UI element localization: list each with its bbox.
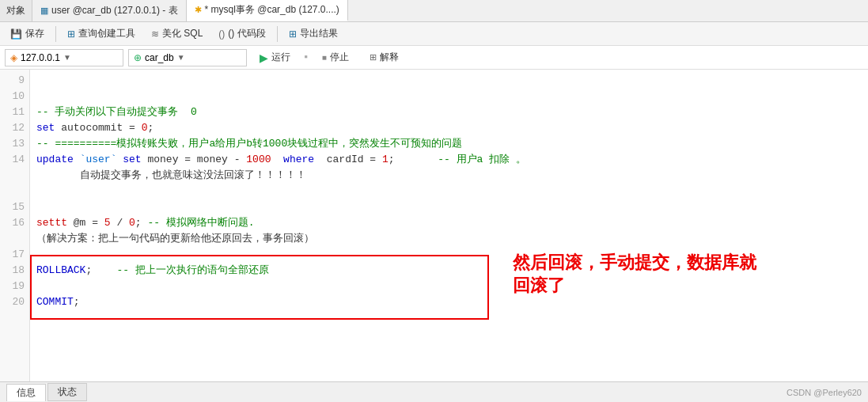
connection-bar: ◈ 127.0.0.1 ▼ ⊕ car_db ▼ ▶ 运行 ▪ ■ 停止 ⊞ 解… xyxy=(0,46,868,70)
beautify-icon: ≋ xyxy=(151,28,159,40)
explain-button[interactable]: ⊞ 解释 xyxy=(362,49,407,66)
sep1 xyxy=(55,26,56,42)
kw-where: where xyxy=(283,152,314,168)
plain-12b: ; xyxy=(147,120,154,136)
code-line-12: set autocommit = 0 ; xyxy=(36,120,862,136)
snippet-button[interactable]: () () 代码段 xyxy=(211,25,272,43)
snippet-label: () 代码段 xyxy=(228,27,265,40)
code-line-15 xyxy=(36,199,862,215)
rollback-kw: ROLLBACK xyxy=(36,263,85,279)
settt-kw: settt xyxy=(36,215,67,231)
host-selector[interactable]: ◈ 127.0.0.1 ▼ xyxy=(5,49,123,66)
code-line-13: -- ==========模拟转账失败，用户a给用户b转1000块钱过程中，突然… xyxy=(36,136,862,152)
code-line-14c xyxy=(36,184,862,199)
plain-12: autocommit = xyxy=(55,120,141,136)
editor-container[interactable]: -- 手动关闭以下自动提交事务 0 set autocommit = 0 ; -… xyxy=(30,70,868,381)
comment-16: -- 模拟网络中断问题. xyxy=(147,215,254,231)
status-bar: 信息 状态 CSDN @Perley620 xyxy=(0,381,868,402)
annotation-line2: 回滚了 xyxy=(513,275,565,295)
editor: 9 10 11 12 13 14 15 16 17 18 19 20 -- 手动… xyxy=(0,70,868,381)
table-icon: ▦ xyxy=(40,6,48,16)
code-line-9 xyxy=(36,73,862,89)
stop-icon: ■ xyxy=(322,53,327,62)
comment-14: -- 用户a 扣除 。 xyxy=(438,152,526,168)
num-5: 5 xyxy=(104,215,111,231)
code-line-14b: 自动提交事务，也就意味这没法回滚了！！！！！ xyxy=(36,168,862,184)
sql-icon: ✱ xyxy=(195,5,202,15)
tbl-user: `user` xyxy=(80,152,117,168)
tab-sql-label: * mysql事务 @car_db (127.0....) xyxy=(205,3,339,17)
db-dropdown-arrow: ▼ xyxy=(177,53,185,62)
save-button[interactable]: 💾 保存 xyxy=(3,25,51,43)
state-tab[interactable]: 状态 xyxy=(47,383,87,401)
host-value: 127.0.0.1 xyxy=(21,52,60,63)
code-line-16b: （解决方案：把上一句代码的更新给他还原回去，事务回滚） xyxy=(36,231,862,247)
export-label: 导出结果 xyxy=(300,27,338,40)
host-dropdown-arrow: ▼ xyxy=(63,53,71,62)
export-icon: ⊞ xyxy=(289,28,297,40)
snippet-icon: () xyxy=(218,28,225,40)
beautify-button[interactable]: ≋ 美化 SQL xyxy=(144,25,210,43)
kw-update: update xyxy=(36,152,74,168)
run-icon: ▶ xyxy=(260,51,268,64)
query-builder-button[interactable]: ⊞ 查询创建工具 xyxy=(60,25,142,43)
comment-13: -- ==========模拟转账失败，用户a给用户b转1000块钱过程中，突然… xyxy=(36,136,462,152)
num-0: 0 xyxy=(142,120,148,136)
run-button[interactable]: ▶ 运行 xyxy=(252,49,298,66)
run-sep: ▪ xyxy=(303,51,309,63)
save-label: 保存 xyxy=(25,27,44,40)
info-tab[interactable]: 信息 xyxy=(6,384,46,401)
kw-set2: set xyxy=(123,152,141,168)
stop-button[interactable]: ■ 停止 xyxy=(314,49,357,66)
explain-label: 解释 xyxy=(380,51,399,64)
watermark: CSDN @Perley620 xyxy=(787,388,862,397)
comment-18: -- 把上一次执行的语句全部还原 xyxy=(116,263,268,279)
annotation-text: 然后回滚，手动提交，数据库就 回滚了 xyxy=(513,252,868,297)
tab-table-label: user @car_db (127.0.0.1) - 表 xyxy=(51,4,178,17)
run-label: 运行 xyxy=(271,51,290,64)
kw-set: set xyxy=(36,120,55,136)
annotation-line1: 然后回滚，手动提交，数据库就 xyxy=(513,252,756,272)
db-value: car_db xyxy=(145,52,174,63)
tab-sql[interactable]: ✱ * mysql事务 @car_db (127.0....) xyxy=(187,0,348,21)
host-icon: ◈ xyxy=(10,52,17,63)
code-line-16a: settt @m = 5 / 0 ; -- 模拟网络中断问题. xyxy=(36,215,862,231)
stop-label: 停止 xyxy=(330,51,349,64)
export-button[interactable]: ⊞ 导出结果 xyxy=(282,25,345,43)
num-1000: 1000 xyxy=(246,152,271,168)
toolbar: 💾 保存 ⊞ 查询创建工具 ≋ 美化 SQL () () 代码段 ⊞ 导出结果 xyxy=(0,22,868,46)
commit-kw: COMMIT xyxy=(36,294,74,310)
tab-bar: 对象 ▦ user @car_db (127.0.0.1) - 表 ✱ * my… xyxy=(0,0,868,22)
comment-11: -- 手动关闭以下自动提交事务 0 xyxy=(36,104,197,120)
num-1: 1 xyxy=(382,152,389,168)
explain-icon: ⊞ xyxy=(370,52,377,63)
object-label: 对象 xyxy=(0,0,32,21)
code-line-10 xyxy=(36,89,862,104)
query-builder-icon: ⊞ xyxy=(67,28,75,40)
code-line-11: -- 手动关闭以下自动提交事务 0 xyxy=(36,104,862,120)
code-area[interactable]: -- 手动关闭以下自动提交事务 0 set autocommit = 0 ; -… xyxy=(30,70,868,381)
db-icon: ⊕ xyxy=(134,52,142,63)
save-icon: 💾 xyxy=(10,28,22,40)
beautify-label: 美化 SQL xyxy=(162,27,203,40)
query-builder-label: 查询创建工具 xyxy=(78,27,135,40)
tab-table[interactable]: ▦ user @car_db (127.0.0.1) - 表 xyxy=(32,0,187,21)
sep2 xyxy=(277,26,278,42)
num-zero: 0 xyxy=(129,215,135,231)
line-numbers: 9 10 11 12 13 14 15 16 17 18 19 20 xyxy=(0,70,30,381)
code-line-14a: update `user` set money = money - 1000 w… xyxy=(36,152,862,168)
db-selector[interactable]: ⊕ car_db ▼ xyxy=(128,49,247,66)
